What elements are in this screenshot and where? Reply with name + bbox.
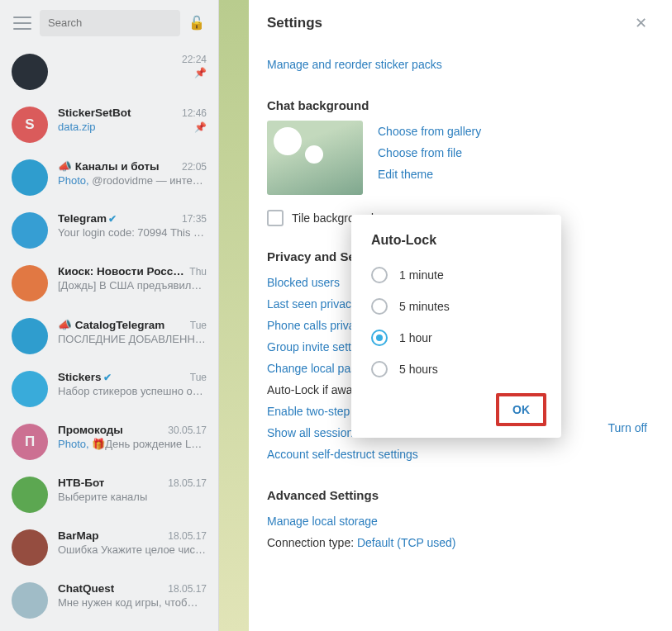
background-thumbnail[interactable] [267,121,363,195]
chat-item[interactable]: SStickerSetBot12:46data.zip📌 [0,98,218,151]
chat-background-strip [219,0,249,631]
avatar [12,159,48,196]
chat-preview: Ошибка Укажите целое чис… [58,543,206,556]
chat-name: Промокоды [58,424,123,436]
chat-item[interactable]: Киоск: Новости РоссииThu[Дождь] В США пр… [0,257,218,310]
chat-name: 📣 CatalogTelegram [58,318,164,331]
avatar [12,54,48,90]
chat-preview: Your login code: 70994 This c… [58,226,207,239]
manage-storage-link[interactable]: Manage local storage [267,510,654,532]
chat-name: Stickers✔ [58,371,112,383]
pin-icon: 📌 [194,121,207,133]
chat-name: ChatQuest [58,582,114,595]
connection-type-row[interactable]: Connection type: Default (TCP used) [267,532,654,553]
chat-time: 12:46 [182,107,207,119]
chat-item[interactable]: Stickers✔TueНабор стикеров успешно о… [0,363,218,415]
avatar [12,212,48,249]
chat-time: 30.05.17 [168,425,207,436]
chat-time: 18.05.17 [168,530,207,542]
radio-label: 5 minutes [399,300,450,313]
connection-label: Connection type: [267,536,357,549]
ok-button-highlight: OK [496,393,546,426]
chat-preview: Мне нужен код игры, чтоб… [58,596,198,609]
chat-item[interactable]: BarMap18.05.17Ошибка Укажите целое чис… [0,521,218,574]
connection-value: Default (TCP used) [357,536,456,549]
menu-icon[interactable] [13,17,31,30]
autolock-option[interactable]: 1 hour [366,322,546,353]
radio-icon [371,361,388,377]
avatar [12,371,48,407]
autolock-option[interactable]: 5 minutes [366,291,546,322]
chat-preview: ПОСЛЕДНИЕ ДОБАВЛЕННЫ… [58,333,207,345]
close-icon[interactable]: ✕ [635,14,647,32]
chat-list: 22:24📌SStickerSetBot12:46data.zip📌📣 Кана… [0,45,218,631]
avatar [12,318,48,354]
radio-label: 1 hour [399,331,432,344]
avatar [12,477,48,513]
section-chat-background: Chat background [267,98,654,112]
avatar [12,582,48,619]
chat-preview: Набор стикеров успешно о… [58,385,203,397]
avatar [12,265,48,301]
chat-item[interactable]: 📣 CatalogTelegramTueПОСЛЕДНИЕ ДОБАВЛЕННЫ… [0,310,218,363]
chat-time: 17:35 [182,213,207,225]
radio-icon [371,330,388,346]
autolock-dialog: Auto-Lock 1 minute5 minutes1 hour5 hours… [351,215,561,438]
pin-icon: 📌 [194,67,207,78]
ok-button[interactable]: OK [501,398,541,421]
chat-preview: Photo, 🎁День рождение L… [58,438,202,450]
chat-preview: Выберите каналы [58,491,147,503]
edit-theme-link[interactable]: Edit theme [378,164,481,185]
chat-item[interactable]: ППромокоды30.05.17Photo, 🎁День рождение … [0,415,218,468]
settings-title: Settings [267,15,322,31]
chat-name: Telegram✔ [58,212,117,225]
chat-time: 22:24 [182,54,207,65]
search-field-wrap[interactable] [40,10,180,36]
chat-preview: [Дождь] В США предъявил… [58,279,202,292]
chat-preview: data.zip [58,121,96,133]
chat-name: BarMap [58,529,99,542]
chat-item[interactable]: 📣 Каналы и боты22:05Photo, @rodovidme — … [0,151,218,204]
sidebar-header: 🔓 [0,0,218,45]
tile-background-checkbox[interactable] [267,210,284,226]
chat-time: Tue [190,320,207,331]
radio-label: 1 minute [399,268,444,282]
verified-icon: ✔ [108,213,117,225]
chat-name: НТВ-Бот [58,477,104,489]
manage-stickers-link[interactable]: Manage and reorder sticker packs [267,54,654,75]
self-destruct-link[interactable]: Account self-destruct settings [267,444,654,465]
chat-name: 📣 Каналы и боты [58,159,160,173]
autolock-option[interactable]: 1 minute [366,259,546,291]
chat-item[interactable]: Telegram✔17:35Your login code: 70994 Thi… [0,204,218,257]
chat-preview: Photo, @rodovidme — инте… [58,174,203,187]
choose-gallery-link[interactable]: Choose from gallery [378,121,481,142]
lock-icon[interactable]: 🔓 [188,15,205,31]
dialog-title: Auto-Lock [371,233,546,248]
chat-item[interactable]: НТВ-Бот18.05.17Выберите каналы [0,468,218,521]
avatar: S [12,107,48,143]
search-input[interactable] [48,17,172,29]
radio-icon [371,298,388,315]
sidebar: 🔓 22:24📌SStickerSetBot12:46data.zip📌📣 Ка… [0,0,219,631]
avatar [12,529,48,566]
radio-icon [371,267,388,283]
autolock-option[interactable]: 5 hours [366,353,546,385]
chat-time: 18.05.17 [168,477,207,489]
chat-name: StickerSetBot [58,107,131,119]
chat-time: Tue [190,372,207,383]
turn-off-link[interactable]: Turn off [608,421,647,434]
section-advanced: Advanced Settings [267,488,654,502]
chat-time: Thu [189,266,207,278]
radio-label: 5 hours [399,363,438,376]
chat-time: 18.05.17 [168,583,207,595]
avatar: П [12,424,48,460]
verified-icon: ✔ [103,372,112,383]
chat-item[interactable]: ChatQuest18.05.17Мне нужен код игры, что… [0,574,218,627]
chat-name: Киоск: Новости России [58,265,184,278]
chat-time: 22:05 [182,161,207,173]
chat-item[interactable]: 22:24📌 [0,45,218,98]
choose-file-link[interactable]: Choose from file [378,142,481,164]
